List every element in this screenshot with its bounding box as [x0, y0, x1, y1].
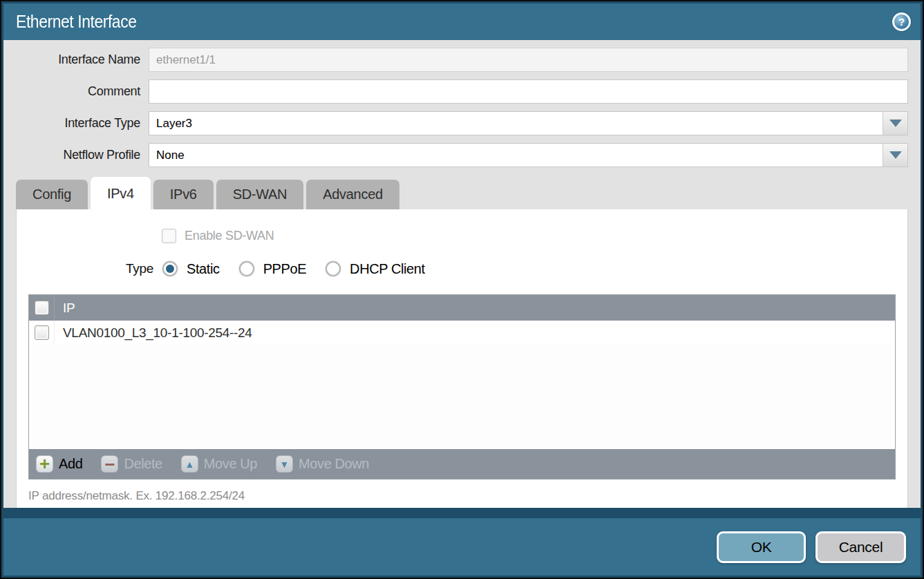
dialog-title: Ethernet Interface	[16, 12, 137, 32]
plus-icon: +	[36, 455, 53, 473]
interface-type-value: Layer3	[156, 117, 192, 131]
table-row[interactable]: VLAN0100_L3_10-1-100-254--24	[29, 321, 895, 345]
type-label: Type	[126, 261, 153, 276]
arrow-down-icon: ▼	[276, 455, 293, 473]
dialog-footer: OK Cancel	[3, 518, 921, 576]
ipv4-tab-panel: Enable SD-WAN Type Static PPPoE DHCP Cli…	[16, 209, 908, 508]
enable-sdwan-checkbox	[162, 229, 176, 243]
type-pppoe-label: PPPoE	[263, 261, 306, 277]
select-all-checkbox[interactable]	[35, 301, 49, 315]
type-radio-dhcp-client[interactable]: DHCP Client	[326, 261, 425, 277]
tab-ipv4[interactable]: IPv4	[91, 177, 151, 209]
move-up-button-label: Move Up	[204, 456, 257, 472]
minus-icon: −	[101, 455, 118, 473]
ip-table-header: IP	[29, 295, 895, 321]
type-radio-row: Type Static PPPoE DHCP Client	[17, 260, 907, 278]
ip-column-header: IP	[55, 301, 75, 316]
interface-type-select[interactable]: Layer3	[149, 111, 908, 135]
help-icon[interactable]: ?	[892, 12, 911, 31]
radio-selected-icon	[162, 261, 178, 276]
interface-name-fieldbox	[149, 48, 908, 72]
netflow-profile-row: Netflow Profile None	[16, 143, 908, 167]
move-down-button-label: Move Down	[299, 456, 369, 472]
cancel-button[interactable]: Cancel	[815, 531, 906, 563]
ethernet-interface-dialog: Ethernet Interface ? Interface Name Comm…	[0, 0, 924, 579]
comment-fieldbox	[149, 79, 908, 104]
comment-input[interactable]	[149, 80, 907, 103]
tab-ipv6[interactable]: IPv6	[153, 180, 214, 209]
ip-row-value: VLAN0100_L3_10-1-100-254--24	[55, 325, 252, 341]
comment-row: Comment	[16, 79, 908, 104]
row-checkbox[interactable]	[35, 325, 49, 340]
type-dhcp-client-label: DHCP Client	[350, 261, 425, 277]
dialog-body: Interface Name Comment Interface Type La…	[3, 40, 921, 508]
header-checkbox-cell	[29, 295, 55, 321]
interface-name-label: Interface Name	[16, 53, 149, 67]
interface-type-dropdown-button[interactable]	[883, 112, 907, 135]
tab-bar: Config IPv4 IPv6 SD-WAN Advanced	[16, 177, 908, 209]
type-radio-static[interactable]: Static	[162, 261, 220, 277]
enable-sdwan-row: Enable SD-WAN	[17, 227, 907, 244]
ok-button[interactable]: OK	[717, 531, 806, 563]
radio-unselected-icon	[239, 261, 254, 276]
chevron-down-icon	[889, 120, 902, 127]
netflow-profile-value: None	[156, 149, 185, 162]
enable-sdwan-label: Enable SD-WAN	[185, 229, 274, 243]
netflow-profile-label: Netflow Profile	[16, 148, 149, 162]
netflow-profile-dropdown-button[interactable]	[883, 144, 907, 167]
table-empty-area	[29, 345, 895, 449]
move-down-button[interactable]: ▼ Move Down	[276, 455, 369, 473]
interface-type-label: Interface Type	[16, 116, 149, 131]
interface-name-row: Interface Name	[16, 48, 908, 72]
dialog-titlebar: Ethernet Interface ?	[3, 3, 921, 40]
interface-name-input	[149, 48, 907, 71]
delete-button-label: Delete	[124, 456, 162, 472]
tab-sdwan[interactable]: SD-WAN	[216, 180, 304, 209]
comment-label: Comment	[16, 84, 149, 99]
interface-type-row: Interface Type Layer3	[16, 111, 908, 135]
ip-format-hint: IP address/netmask. Ex. 192.168.2.254/24	[28, 489, 907, 503]
ip-table-toolbar: + Add − Delete ▲ Move Up ▼ Move Down	[28, 449, 896, 480]
ip-table: IP VLAN0100_L3_10-1-100-254--24	[28, 294, 896, 449]
add-button-label: Add	[59, 456, 82, 472]
arrow-up-icon: ▲	[181, 455, 198, 473]
radio-unselected-icon	[326, 261, 341, 276]
delete-button[interactable]: − Delete	[101, 455, 162, 473]
chevron-down-icon	[889, 151, 902, 159]
netflow-profile-select[interactable]: None	[149, 143, 908, 167]
type-static-label: Static	[187, 261, 220, 277]
move-up-button[interactable]: ▲ Move Up	[181, 455, 257, 473]
type-radio-pppoe[interactable]: PPPoE	[239, 261, 306, 277]
row-checkbox-cell	[29, 321, 55, 345]
tab-advanced[interactable]: Advanced	[306, 180, 399, 209]
tab-config[interactable]: Config	[16, 180, 88, 209]
add-button[interactable]: + Add	[36, 455, 82, 473]
